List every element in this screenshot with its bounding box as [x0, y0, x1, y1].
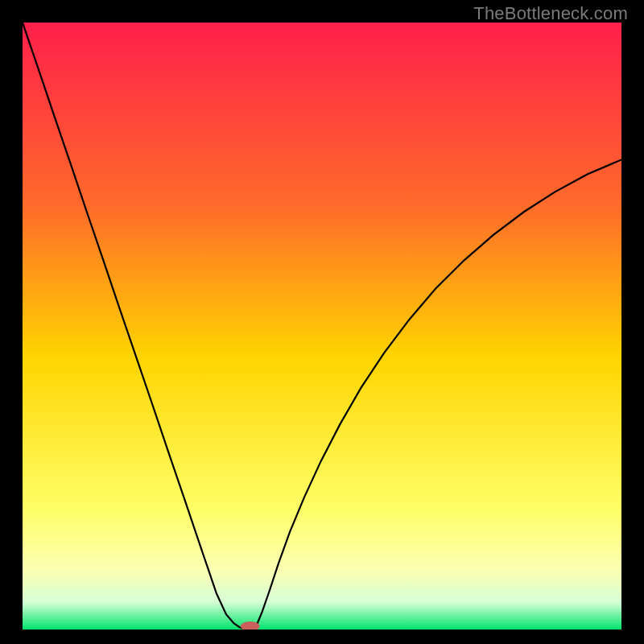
plot-area	[23, 23, 621, 630]
chart-svg	[23, 23, 621, 630]
watermark-text: TheBottleneck.com	[473, 3, 628, 24]
gradient-background	[23, 23, 621, 630]
chart-frame: TheBottleneck.com	[0, 0, 644, 644]
